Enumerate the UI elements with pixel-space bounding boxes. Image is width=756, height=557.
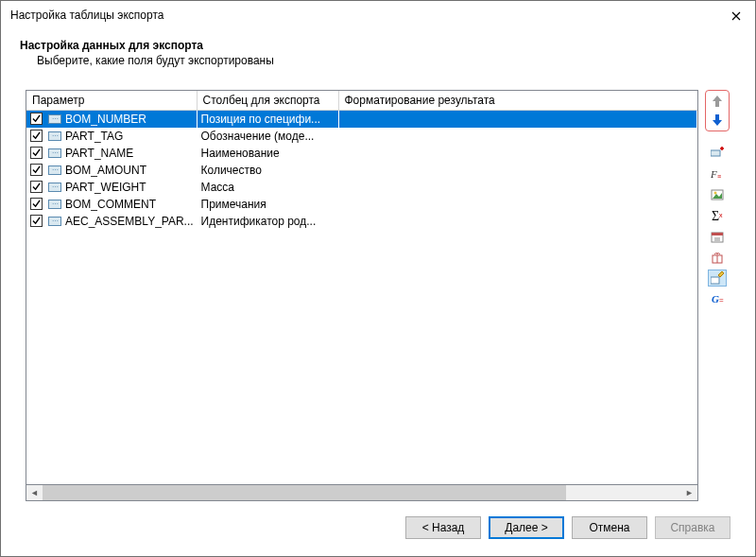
export-column-cell[interactable]: Идентификатор род... [197, 213, 338, 230]
row-checkbox[interactable] [30, 113, 43, 125]
svg-text:x: x [719, 212, 723, 218]
property-icon [48, 114, 61, 124]
property-icon [48, 165, 61, 175]
row-checkbox[interactable] [30, 215, 43, 227]
formula-fx-icon[interactable]: F≡ [708, 165, 727, 183]
calendar-icon[interactable] [708, 228, 727, 245]
parameter-name: AEC_ASSEMBLY_PAR... [65, 215, 194, 228]
parameter-name: BOM_COMMENT [65, 198, 156, 211]
page-heading: Настройка данных для экспорта [20, 39, 736, 52]
cancel-button[interactable]: Отмена [572, 516, 647, 539]
edit-cell-icon[interactable] [708, 270, 727, 287]
table-row [26, 315, 697, 332]
svg-text:≡: ≡ [717, 173, 721, 180]
back-button[interactable]: < Назад [405, 516, 481, 539]
table-row [26, 332, 697, 349]
format-cell[interactable] [338, 128, 697, 145]
table-row[interactable]: BOM_NUMBERПозиция по специфи... [26, 111, 697, 128]
property-icon [48, 131, 61, 141]
svg-rect-13 [711, 277, 719, 284]
table-row [26, 366, 697, 383]
parameter-name: PART_TAG [65, 130, 123, 143]
table-row [26, 281, 697, 298]
row-checkbox[interactable] [30, 164, 43, 176]
table-row [26, 247, 697, 264]
export-column-cell[interactable]: Примечания [197, 196, 338, 213]
page-subheading: Выберите, какие поля будут экспортирован… [37, 54, 736, 67]
picture-icon[interactable] [708, 186, 727, 203]
format-cell[interactable] [338, 162, 697, 179]
table-row[interactable]: PART_WEIGHTМасса [26, 179, 697, 196]
arrow-up-icon [712, 95, 723, 108]
format-cell[interactable] [338, 145, 697, 162]
parameter-name: PART_NAME [65, 147, 133, 160]
parameter-name: BOM_AMOUNT [65, 164, 146, 177]
help-button: Справка [655, 516, 730, 539]
svg-text:F: F [711, 168, 717, 180]
global-g-icon[interactable]: G= [708, 290, 727, 307]
property-icon [48, 217, 61, 226]
table-row [26, 349, 697, 366]
window-title: Настройка таблицы экспорта [10, 7, 163, 22]
format-cell[interactable] [338, 179, 697, 196]
export-column-cell[interactable]: Количество [197, 162, 338, 179]
parameter-name: PART_WEIGHT [65, 181, 146, 194]
row-checkbox[interactable] [30, 198, 43, 210]
close-button[interactable] [725, 7, 747, 26]
horizontal-scrollbar[interactable]: ◄ ► [26, 485, 698, 501]
group-gift-icon[interactable] [708, 249, 727, 266]
table-row[interactable]: BOM_COMMENTПримечания [26, 196, 697, 213]
next-button[interactable]: Далее > [489, 516, 564, 539]
format-cell[interactable] [338, 196, 697, 213]
row-checkbox[interactable] [30, 181, 43, 193]
export-column-cell[interactable]: Обозначение (моде... [197, 128, 338, 145]
scroll-right-icon[interactable]: ► [681, 485, 697, 500]
move-down-button[interactable] [708, 112, 727, 129]
move-up-button[interactable] [708, 93, 727, 110]
column-header-parameter[interactable]: Параметр [26, 91, 197, 111]
parameter-name: BOM_NUMBER [65, 113, 146, 126]
svg-rect-8 [712, 233, 723, 235]
property-icon [48, 200, 61, 209]
table-row [26, 383, 697, 400]
sigma-icon[interactable]: Σx [708, 207, 727, 224]
property-icon [48, 183, 61, 192]
table-row[interactable]: BOM_AMOUNTКоличество [26, 162, 697, 179]
table-row [26, 230, 697, 247]
svg-text:=: = [719, 296, 724, 305]
export-column-cell[interactable]: Наименование [197, 145, 338, 162]
table-row [26, 264, 697, 281]
table-row [26, 400, 697, 417]
property-icon [48, 148, 61, 158]
svg-text:G: G [712, 293, 719, 305]
format-cell[interactable] [338, 213, 697, 230]
svg-rect-0 [711, 150, 720, 156]
table-row[interactable]: AEC_ASSEMBLY_PAR...Идентификатор род... [26, 213, 697, 230]
export-table[interactable]: Параметр Столбец для экспорта Форматиров… [26, 90, 698, 485]
table-row[interactable]: PART_NAMEНаименование [26, 145, 697, 162]
column-header-format[interactable]: Форматирование результата [338, 91, 697, 111]
arrow-down-icon [712, 113, 723, 127]
table-row[interactable]: PART_TAGОбозначение (моде... [26, 128, 697, 145]
row-checkbox[interactable] [30, 147, 43, 159]
close-icon [731, 11, 741, 21]
svg-text:Σ: Σ [712, 209, 719, 222]
row-checkbox[interactable] [30, 130, 43, 142]
table-row [26, 298, 697, 315]
column-header-export[interactable]: Столбец для экспорта [197, 91, 338, 111]
reorder-buttons-group [705, 90, 730, 131]
format-cell[interactable] [338, 111, 697, 128]
scroll-left-icon[interactable]: ◄ [26, 485, 43, 500]
export-column-cell[interactable]: Позиция по специфи... [197, 111, 338, 128]
export-column-cell[interactable]: Масса [197, 179, 338, 196]
add-property-icon[interactable] [708, 145, 727, 162]
table-row [26, 417, 697, 434]
